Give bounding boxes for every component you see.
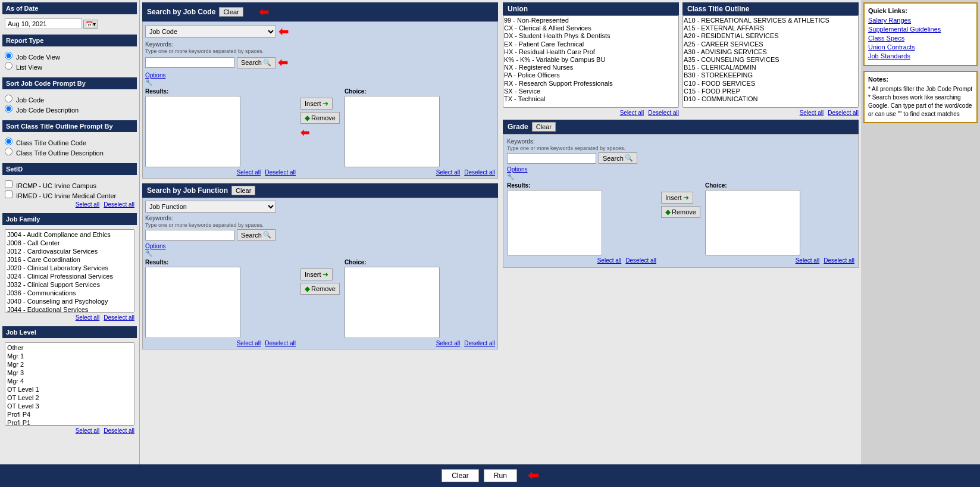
grade-choice-deselect-all[interactable]: Deselect all [824,257,854,264]
list-item[interactable]: J040 - Counseling and Psychology [6,297,133,305]
job-function-insert-btn[interactable]: Insert ➜ [300,269,333,280]
job-function-remove-btn[interactable]: ◆ Remove [300,283,340,295]
supplemental-guidelines-link[interactable]: Supplemental Guidelines [868,26,973,33]
setid-select-all[interactable]: Select all [76,201,100,208]
list-item[interactable]: D10 - COMMUNICATION [684,95,857,103]
list-item[interactable]: J012 - Cardiovascular Services [6,247,133,255]
job-function-keyword-input[interactable] [145,230,234,241]
job-level-deselect-all[interactable]: Deselect all [104,427,134,434]
irmed-label[interactable]: IRMED - UC Irvine Medical Center [5,191,134,199]
union-select-all[interactable]: Select all [620,110,644,116]
list-item[interactable]: CX - Clerical & Allied Services [504,24,678,32]
list-item[interactable]: A10 - RECREATIONAL SERVICES & ATHLETICS [684,17,857,24]
list-item[interactable]: 99 - Non-Represented [504,17,678,24]
job-level-list[interactable]: Other Mgr 1 Mgr 2 Mgr 3 Mgr 4 OT Level 1… [5,342,134,426]
grade-choice-list[interactable] [705,190,800,255]
job-family-deselect-all[interactable]: Deselect all [104,314,134,321]
job-code-keyword-input[interactable] [145,57,234,68]
union-deselect-all[interactable]: Deselect all [648,110,679,116]
list-item[interactable]: A35 - COUNSELING SERVICES [684,56,857,64]
list-item[interactable]: TX - Technical [504,95,678,103]
grade-results-deselect-all[interactable]: Deselect all [625,257,656,264]
job-function-search-type-select[interactable]: Job Function [145,201,276,213]
job-function-results-select-all[interactable]: Select all [237,340,261,346]
grade-remove-btn[interactable]: ◆ Remove [661,206,700,218]
list-item[interactable]: J044 - Educational Services [6,305,133,313]
class-specs-link[interactable]: Class Specs [868,35,973,42]
list-item[interactable]: A25 - CAREER SERVICES [684,40,857,48]
job-family-select-all[interactable]: Select all [76,314,100,321]
grade-results-list[interactable] [507,190,602,255]
job-code-desc-sort-radio[interactable] [5,105,12,113]
list-item[interactable]: J004 - Audit Compliance and Ethics [6,230,133,239]
list-item[interactable]: C15 - FOOD PREP [684,88,857,95]
list-item[interactable]: J032 - Clinical Support Services [6,280,133,289]
list-view-radio[interactable] [5,62,12,70]
list-item[interactable]: Mgr 4 [6,377,133,385]
class-title-code-radio[interactable] [5,138,12,145]
grade-search-btn[interactable]: Search 🔍 [599,152,637,164]
job-function-choice-select-all[interactable]: Select all [436,340,461,346]
grade-clear-btn[interactable]: Clear [532,122,556,132]
setid-deselect-all[interactable]: Deselect all [104,201,134,208]
job-level-select-all[interactable]: Select all [76,427,100,434]
search-job-code-clear-btn[interactable]: Clear [219,7,243,17]
ircmp-label[interactable]: IRCMP - UC Irvine Campus [5,180,134,189]
job-code-results-select-all[interactable]: Select all [237,169,261,176]
footer-run-btn[interactable]: Run [484,469,517,482]
job-code-options-link[interactable]: Options [145,72,495,79]
list-item[interactable]: DX - Student Health Phys & Dentists [504,32,678,40]
job-code-results-list[interactable] [145,96,240,167]
job-function-results-deselect-all[interactable]: Deselect all [265,340,296,346]
list-item[interactable]: J024 - Clinical Professional Services [6,272,133,280]
class-title-code-label[interactable]: Class Title Outline Code [5,138,134,146]
grade-choice-select-all[interactable]: Select all [796,257,820,264]
list-item[interactable]: Profi P4 [6,410,133,419]
ircmp-checkbox[interactable] [5,180,12,188]
list-item[interactable]: HX - Residual Health Care Prof [504,48,678,56]
list-item[interactable]: A30 - ADVISING SERVICES [684,48,857,56]
class-title-select-all[interactable]: Select all [800,110,824,116]
class-title-deselect-all[interactable]: Deselect all [828,110,859,116]
job-code-sort-label[interactable]: Job Code [5,95,134,104]
grade-keyword-input[interactable] [507,153,596,164]
job-code-search-type-select[interactable]: Job Code [145,26,276,38]
list-item[interactable]: J016 - Care Coordination [6,255,133,264]
job-function-results-list[interactable] [145,267,240,338]
job-function-search-btn[interactable]: Search 🔍 [237,229,275,241]
list-item[interactable]: J020 - Clinical Laboratory Services [6,264,133,272]
list-item[interactable]: Mgr 1 [6,352,133,360]
footer-clear-btn[interactable]: Clear [442,469,479,482]
list-item[interactable]: RX - Research Support Professionals [504,80,678,88]
job-code-sort-radio[interactable] [5,95,12,102]
union-contracts-link[interactable]: Union Contracts [868,43,973,51]
job-standards-link[interactable]: Job Standards [868,52,973,60]
salary-ranges-link[interactable]: Salary Ranges [868,17,973,24]
class-title-list[interactable]: A10 - RECREATIONAL SERVICES & ATHLETICS … [682,15,859,108]
list-item[interactable]: OT Level 3 [6,402,133,410]
job-code-insert-btn[interactable]: Insert ➜ [300,98,333,110]
irmed-checkbox[interactable] [5,191,12,198]
list-item[interactable]: EX - Patient Care Technical [504,40,678,48]
grade-insert-btn[interactable]: Insert ➜ [661,192,693,204]
job-code-remove-btn[interactable]: ◆ Remove [300,112,340,124]
list-item[interactable]: B15 - CLERICAL/ADMIN [684,64,857,71]
calendar-button[interactable]: 📅▾ [83,20,98,29]
grade-options-link[interactable]: Options [507,166,854,173]
job-function-choice-list[interactable] [345,267,440,338]
union-list[interactable]: 99 - Non-Represented CX - Clerical & All… [503,15,679,108]
job-code-view-label[interactable]: Job Code View [5,52,134,61]
list-item[interactable]: K% - K% - Variable by Campus BU [504,56,678,64]
job-family-list[interactable]: J004 - Audit Compliance and Ethics J008 … [5,229,134,313]
job-code-choice-deselect-all[interactable]: Deselect all [464,169,495,176]
list-item[interactable]: J008 - Call Center [6,239,133,247]
job-code-view-radio[interactable] [5,52,12,60]
list-item[interactable]: OT Level 1 [6,385,133,394]
class-title-desc-label[interactable]: Class Title Outline Description [5,148,134,157]
list-item[interactable]: Other [6,344,133,352]
list-item[interactable]: Mgr 3 [6,369,133,377]
list-item[interactable]: A20 - RESIDENTIAL SERVICES [684,32,857,40]
job-code-choice-list[interactable] [345,96,440,167]
job-code-results-deselect-all[interactable]: Deselect all [265,169,296,176]
job-code-desc-sort-label[interactable]: Job Code Description [5,105,134,114]
